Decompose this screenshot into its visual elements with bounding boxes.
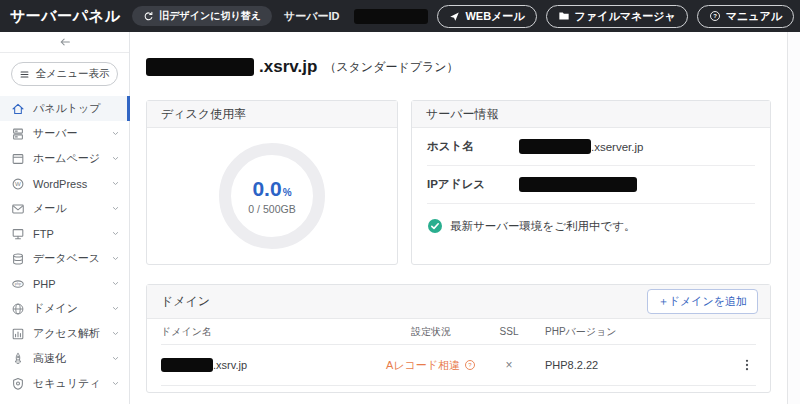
sidebar-item-php[interactable]: php PHP	[0, 271, 129, 296]
sidebar-nav: パネルトップ サーバー ホームページ W WordPress	[0, 96, 129, 396]
hamburger-icon	[19, 69, 30, 80]
host-name-redacted	[519, 139, 591, 154]
row-domain-redacted	[161, 358, 213, 372]
sidebar-item-label: サーバー	[33, 126, 78, 141]
paper-plane-icon	[449, 11, 460, 22]
row-domain-suffix: .xsrv.jp	[213, 359, 247, 371]
refresh-icon	[143, 11, 154, 22]
svg-text:?: ?	[468, 362, 472, 368]
server-environment-status: 最新サーバー環境をご利用中です。	[427, 204, 755, 248]
disk-usage-amount: 0 / 500GB	[248, 203, 295, 215]
host-name-label: ホスト名	[427, 139, 519, 154]
server-panel-app: サーバーパネル 旧デザインに切り替え サーバーID WEBメール ファイルマネー…	[0, 0, 800, 404]
ip-address-label: IPアドレス	[427, 177, 519, 192]
sidebar-item-database[interactable]: データベース	[0, 246, 129, 271]
server-info-card-title: サーバー情報	[412, 101, 770, 128]
sidebar-item-domain[interactable]: ドメイン	[0, 296, 129, 321]
page-title-domain: .xsrv.jp	[259, 57, 317, 77]
show-all-menu-label: 全メニュー表示	[35, 67, 109, 81]
check-circle-icon	[427, 218, 443, 234]
wordpress-icon: W	[11, 177, 25, 191]
sidebar-item-label: PHP	[33, 278, 56, 290]
sidebar-item-label: セキュリティ	[33, 376, 101, 391]
browser-icon	[11, 152, 25, 166]
sidebar-item-label: 高速化	[33, 351, 66, 366]
globe-icon	[11, 302, 25, 316]
file-manager-label: ファイルマネージャ	[575, 9, 676, 24]
folder-icon	[558, 10, 570, 22]
chevron-down-icon	[111, 354, 120, 363]
row-ssl-status: ×	[505, 358, 512, 372]
manual-button[interactable]: ? マニュアル	[697, 5, 794, 28]
chevron-down-icon	[111, 279, 120, 288]
chevron-down-icon	[111, 304, 120, 313]
rocket-icon	[11, 352, 25, 366]
column-header-config-status: 設定状況	[381, 325, 481, 339]
sidebar-item-label: ホームページ	[33, 151, 100, 166]
column-header-domain-name: ドメイン名	[161, 325, 381, 339]
disk-usage-percent: 0.0	[252, 177, 281, 201]
top-bar: サーバーパネル 旧デザインに切り替え サーバーID WEBメール ファイルマネー…	[0, 0, 800, 32]
add-domain-button[interactable]: ＋ドメインを追加	[647, 289, 758, 314]
show-all-menu-button[interactable]: 全メニュー表示	[11, 62, 118, 86]
ip-address-row: IPアドレス	[427, 166, 755, 204]
vertical-scrollbar[interactable]	[787, 32, 800, 404]
disk-usage-donut: 0.0 % 0 / 500GB	[219, 143, 325, 249]
shield-icon	[11, 377, 25, 391]
svg-text:?: ?	[713, 13, 717, 19]
sidebar: 全メニュー表示 パネルトップ サーバー ホームページ	[0, 32, 130, 404]
disk-usage-percent-unit: %	[283, 187, 292, 198]
disk-usage-card-title: ディスク使用率	[147, 101, 397, 128]
monitor-icon	[11, 227, 25, 241]
server-id-label: サーバーID	[284, 9, 340, 24]
svg-text:W: W	[15, 180, 21, 187]
webmail-label: WEBメール	[465, 9, 524, 24]
sidebar-item-server[interactable]: サーバー	[0, 121, 129, 146]
disk-usage-card: ディスク使用率 0.0 % 0 / 500GB	[146, 100, 398, 265]
sidebar-item-homepage[interactable]: ホームページ	[0, 146, 129, 171]
sidebar-item-label: ドメイン	[33, 301, 78, 316]
chevron-down-icon	[111, 329, 120, 338]
host-name-row: ホスト名 .xserver.jp	[427, 128, 755, 166]
domain-table-row: .xsrv.jp Aレコード相違 ? × PHP8.2.22	[161, 345, 756, 386]
sidebar-item-label: メール	[33, 201, 67, 216]
ip-address-redacted	[519, 177, 637, 192]
switch-old-design-button[interactable]: 旧デザインに切り替え	[132, 6, 272, 26]
chevron-down-icon	[111, 204, 120, 213]
sidebar-item-label: FTP	[33, 228, 54, 240]
sidebar-item-label: パネルトップ	[33, 101, 101, 116]
sidebar-item-mail[interactable]: メール	[0, 196, 129, 221]
php-icon: php	[11, 277, 25, 291]
page-title-plan: （スタンダードプラン）	[324, 59, 458, 76]
sidebar-item-access-analytics[interactable]: アクセス解析	[0, 321, 129, 346]
sidebar-item-label: アクセス解析	[33, 326, 100, 341]
status-help-icon[interactable]: ?	[464, 359, 476, 371]
chevron-down-icon	[111, 379, 120, 388]
host-name-suffix: .xserver.jp	[591, 141, 643, 153]
domain-table-header-row: ドメイン名 設定状況 SSL PHPバージョン	[161, 319, 756, 345]
question-circle-icon: ?	[709, 10, 721, 22]
sidebar-item-label: WordPress	[33, 178, 87, 190]
sidebar-item-ftp[interactable]: FTP	[0, 221, 129, 246]
switch-old-design-label: 旧デザインに切り替え	[159, 9, 261, 23]
domain-card-title: ドメイン	[161, 293, 210, 310]
column-header-ssl: SSL	[481, 326, 537, 337]
kebab-menu-icon[interactable]	[738, 356, 756, 374]
top-bar-right: サーバーID WEBメール ファイルマネージャ ? マニュアル	[284, 5, 794, 28]
sidebar-item-panel-top[interactable]: パネルトップ	[0, 96, 129, 121]
row-config-status: Aレコード相違	[386, 358, 460, 373]
manual-label: マニュアル	[726, 9, 782, 24]
chevron-down-icon	[111, 154, 120, 163]
sidebar-collapse-button[interactable]	[0, 32, 129, 53]
main-content: .xsrv.jp （スタンダードプラン） ディスク使用率 0.0 % 0 / 5…	[130, 32, 787, 404]
file-manager-button[interactable]: ファイルマネージャ	[546, 5, 688, 28]
sidebar-item-wordpress[interactable]: W WordPress	[0, 171, 129, 196]
domain-name-redacted	[146, 58, 254, 76]
sidebar-item-security[interactable]: セキュリティ	[0, 371, 129, 396]
sidebar-item-speedup[interactable]: 高速化	[0, 346, 129, 371]
webmail-button[interactable]: WEBメール	[437, 5, 536, 28]
sidebar-item-label: データベース	[33, 251, 100, 266]
chart-icon	[11, 327, 25, 341]
chevron-down-icon	[111, 229, 120, 238]
chevron-down-icon	[111, 129, 120, 138]
